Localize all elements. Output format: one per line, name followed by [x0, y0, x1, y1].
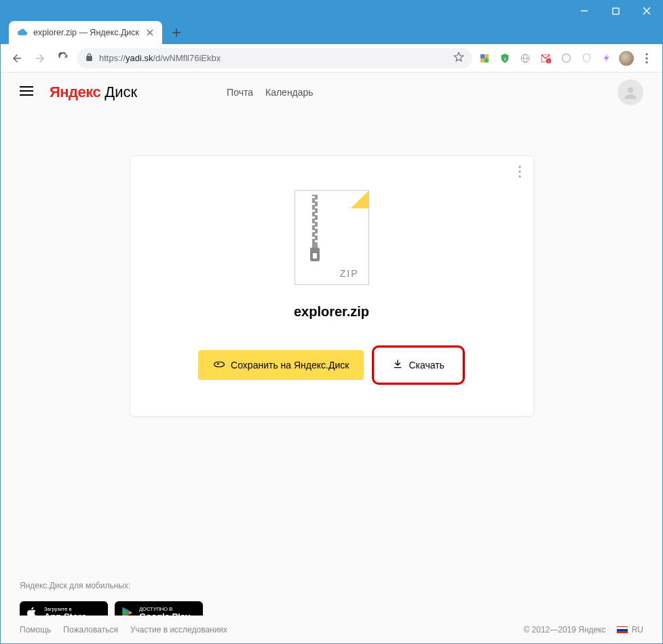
footer-research-link[interactable]: Участие в исследованиях — [130, 625, 227, 634]
footer-report-link[interactable]: Пожаловаться — [63, 625, 118, 634]
cloud-icon — [17, 27, 28, 38]
svg-rect-38 — [315, 227, 320, 229]
svg-point-17 — [562, 54, 570, 62]
svg-rect-37 — [309, 223, 315, 225]
extension-shield-outline-icon[interactable] — [578, 50, 594, 67]
extension-bolt-icon[interactable] — [599, 50, 615, 67]
browser-tab-active[interactable]: explorer.zip — Яндекс.Диск — [9, 21, 162, 44]
svg-point-18 — [645, 53, 647, 55]
footer-help-link[interactable]: Помощь — [20, 625, 51, 634]
new-tab-button[interactable] — [166, 22, 187, 43]
disk-icon — [213, 358, 225, 373]
svg-rect-42 — [315, 240, 320, 242]
download-button[interactable]: Скачать — [377, 350, 460, 380]
window-minimize-button[interactable] — [569, 1, 600, 21]
extension-mail-icon[interactable]: 1 — [537, 50, 554, 67]
window-close-button[interactable] — [631, 1, 662, 21]
window-maximize-button[interactable] — [600, 1, 631, 21]
svg-point-45 — [214, 362, 225, 367]
svg-rect-10 — [485, 58, 489, 62]
extension-globe-icon[interactable] — [517, 50, 533, 67]
svg-rect-35 — [309, 216, 315, 219]
logo-yandex-text: Яндекс — [50, 83, 100, 101]
svg-rect-31 — [309, 203, 315, 205]
file-card: ZIP explorer.zip Сохранить на Яндекс.Дис… — [130, 155, 534, 417]
tab-title: explorer.zip — Яндекс.Диск — [33, 28, 139, 37]
svg-point-19 — [645, 57, 647, 59]
svg-rect-39 — [309, 230, 315, 232]
footer-copyright: © 2012—2019 Яндекс — [523, 625, 605, 634]
download-highlight: Скачать — [372, 345, 465, 385]
browser-tabstrip: explorer.zip — Яндекс.Диск — [1, 21, 662, 44]
svg-rect-36 — [315, 220, 320, 222]
svg-point-25 — [518, 166, 520, 168]
address-bar[interactable]: https://yadi.sk/d/wNMfll76iEkbx — [77, 48, 472, 69]
svg-point-46 — [217, 363, 220, 364]
url-text: https://yadi.sk/d/wNMfll76iEkbx — [99, 53, 221, 63]
nav-calendar-link[interactable]: Календарь — [265, 87, 314, 98]
svg-rect-40 — [315, 233, 320, 235]
page-content: Яндекс Диск Почта Календарь — [1, 73, 662, 643]
nav-back-button[interactable] — [7, 49, 26, 68]
svg-point-24 — [628, 87, 634, 93]
svg-point-20 — [645, 61, 647, 63]
card-more-button[interactable] — [518, 166, 521, 181]
svg-rect-9 — [480, 54, 485, 58]
lock-icon — [85, 52, 94, 64]
svg-rect-33 — [309, 210, 315, 212]
download-icon — [392, 359, 403, 372]
yandex-nav: Почта Календарь — [227, 87, 314, 98]
window-titlebar — [1, 1, 662, 21]
logo-disk-text: Диск — [105, 83, 137, 101]
menu-icon[interactable] — [20, 86, 35, 99]
language-selector[interactable]: RU — [617, 625, 643, 634]
page-footer: Помощь Пожаловаться Участие в исследован… — [1, 615, 662, 643]
svg-rect-32 — [315, 206, 320, 208]
svg-rect-1 — [613, 8, 619, 14]
svg-rect-30 — [315, 200, 320, 202]
svg-point-27 — [518, 175, 520, 177]
svg-rect-34 — [315, 213, 320, 215]
nav-forward-button[interactable] — [31, 49, 50, 68]
extension-icon[interactable] — [476, 50, 493, 67]
svg-rect-41 — [309, 237, 315, 239]
save-to-disk-button[interactable]: Сохранить на Яндекс.Диск — [198, 350, 364, 380]
nav-reload-button[interactable] — [54, 49, 73, 68]
nav-mail-link[interactable]: Почта — [227, 87, 253, 98]
svg-point-26 — [518, 170, 520, 172]
svg-rect-44 — [313, 253, 317, 259]
bookmark-star-icon[interactable] — [453, 52, 464, 65]
chrome-profile-avatar[interactable] — [619, 51, 634, 66]
zip-file-icon: ZIP — [295, 190, 369, 285]
language-label: RU — [632, 625, 643, 634]
download-button-label: Скачать — [409, 360, 444, 371]
file-ext-label: ZIP — [340, 268, 359, 279]
file-name: explorer.zip — [151, 304, 513, 320]
browser-toolbar: https://yadi.sk/d/wNMfll76iEkbx 3 1 — [1, 44, 662, 73]
account-avatar[interactable] — [618, 79, 643, 105]
extension-icon[interactable] — [558, 50, 574, 67]
extension-shield-icon[interactable]: 3 — [497, 50, 513, 67]
save-button-label: Сохранить на Яндекс.Диск — [231, 360, 349, 371]
svg-rect-29 — [309, 196, 315, 198]
tab-close-button[interactable] — [145, 27, 155, 38]
yandex-disk-logo[interactable]: Яндекс Диск — [50, 83, 137, 101]
mobile-apps-label: Яндекс.Диск для мобильных: — [20, 581, 130, 590]
yandex-header: Яндекс Диск Почта Календарь — [1, 73, 662, 112]
ru-flag-icon — [617, 626, 628, 634]
chrome-menu-button[interactable] — [638, 53, 656, 64]
